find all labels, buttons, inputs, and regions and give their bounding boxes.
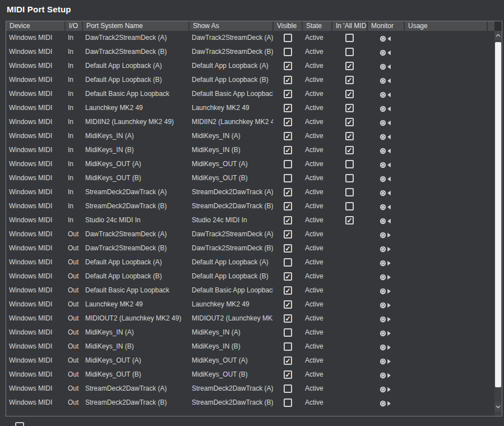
table-row[interactable]: Windows MIDI In MIDIIN2 (Launchkey MK2 4… bbox=[6, 115, 494, 129]
bottom-partial-checkbox[interactable] bbox=[15, 422, 24, 426]
table-row[interactable]: Windows MIDI In StreamDeck2DawTrack (B) … bbox=[6, 199, 494, 213]
cell-port-system-name: MidiKeys_IN (B) bbox=[85, 340, 189, 354]
cell-show-as: Default Basic App Loopback bbox=[192, 87, 273, 101]
visible-checkbox[interactable] bbox=[284, 174, 292, 182]
table-row[interactable]: Windows MIDI In DawTrack2StreamDeck (B) … bbox=[6, 45, 494, 59]
visible-checkbox[interactable] bbox=[284, 384, 292, 393]
column-header-in-all-midi: In 'All MIDI bbox=[332, 21, 367, 31]
table-row[interactable]: Windows MIDI Out MidiKeys_OUT (A) MidiKe… bbox=[6, 354, 494, 368]
table-row[interactable]: Windows MIDI Out Default App Loopback (A… bbox=[6, 255, 494, 269]
in-all-midi-checkbox[interactable] bbox=[345, 48, 354, 56]
cell-show-as: DawTrack2StreamDeck (B) bbox=[192, 241, 273, 255]
table-row[interactable]: Windows MIDI In Default Basic App Loopba… bbox=[6, 87, 494, 101]
cell-device: Windows MIDI bbox=[9, 45, 65, 59]
visible-checkbox[interactable] bbox=[284, 258, 292, 267]
in-all-midi-checkbox[interactable] bbox=[345, 132, 354, 140]
table-row[interactable]: Windows MIDI Out Launchkey MK2 49 Launch… bbox=[6, 297, 494, 312]
table-row[interactable]: Windows MIDI In Default App Loopback (B)… bbox=[6, 73, 494, 87]
visible-checkbox[interactable] bbox=[284, 90, 292, 98]
table-row[interactable]: Windows MIDI Out DawTrack2StreamDeck (B)… bbox=[6, 241, 494, 255]
visible-checkbox[interactable] bbox=[284, 314, 292, 323]
cell-device: Windows MIDI bbox=[9, 199, 65, 213]
visible-checkbox[interactable] bbox=[284, 160, 292, 168]
table-row[interactable]: Windows MIDI In DawTrack2StreamDeck (A) … bbox=[6, 31, 494, 45]
visible-checkbox[interactable] bbox=[284, 132, 292, 140]
cell-state: Active bbox=[305, 382, 339, 396]
table-row[interactable]: Windows MIDI In Launchkey MK2 49 Launchk… bbox=[6, 101, 494, 115]
visible-checkbox[interactable] bbox=[284, 356, 292, 365]
in-all-midi-checkbox[interactable] bbox=[345, 118, 354, 126]
cell-show-as: MidiKeys_OUT (B) bbox=[192, 368, 273, 382]
visible-checkbox[interactable] bbox=[284, 244, 292, 253]
in-all-midi-checkbox[interactable] bbox=[345, 146, 354, 154]
midi-plug-arrow-in-icon bbox=[380, 76, 392, 83]
visible-checkbox[interactable] bbox=[284, 216, 292, 225]
midi-plug-arrow-out-icon bbox=[380, 301, 392, 308]
table-row[interactable]: Windows MIDI Out MidiKeys_IN (B) MidiKey… bbox=[6, 340, 494, 354]
cell-state: Active bbox=[305, 101, 339, 115]
table-row[interactable]: Windows MIDI In MidiKeys_OUT (B) MidiKey… bbox=[6, 171, 494, 185]
cell-io: In bbox=[68, 185, 84, 199]
in-all-midi-checkbox[interactable] bbox=[345, 76, 354, 84]
table-row[interactable]: Windows MIDI In MidiKeys_OUT (A) MidiKey… bbox=[6, 157, 494, 171]
visible-checkbox[interactable] bbox=[284, 272, 292, 281]
visible-checkbox[interactable] bbox=[284, 34, 292, 42]
cell-state: Active bbox=[305, 185, 339, 199]
table-row[interactable]: Windows MIDI In MidiKeys_IN (A) MidiKeys… bbox=[6, 129, 494, 143]
table-row[interactable]: Windows MIDI Out DawTrack2StreamDeck (A)… bbox=[6, 227, 494, 241]
visible-checkbox[interactable] bbox=[284, 202, 292, 210]
visible-checkbox[interactable] bbox=[284, 62, 292, 70]
in-all-midi-checkbox[interactable] bbox=[345, 160, 354, 168]
midi-plug-arrow-in-icon bbox=[380, 203, 392, 209]
in-all-midi-checkbox[interactable] bbox=[345, 90, 354, 98]
in-all-midi-checkbox[interactable] bbox=[345, 216, 354, 225]
visible-checkbox[interactable] bbox=[284, 230, 292, 239]
chevron-up-icon bbox=[496, 34, 501, 37]
visible-checkbox[interactable] bbox=[284, 104, 292, 112]
visible-checkbox[interactable] bbox=[284, 286, 292, 295]
visible-checkbox[interactable] bbox=[284, 342, 292, 351]
visible-checkbox[interactable] bbox=[284, 370, 292, 379]
cell-port-system-name: StreamDeck2DawTrack (B) bbox=[85, 396, 189, 410]
table-header: Device I/O Port System Name Show As Visi… bbox=[6, 21, 502, 31]
cell-device: Windows MIDI bbox=[9, 185, 65, 199]
scrollbar-thumb[interactable] bbox=[495, 42, 501, 387]
visible-checkbox[interactable] bbox=[284, 300, 292, 309]
in-all-midi-checkbox[interactable] bbox=[345, 104, 354, 112]
cell-port-system-name: MidiKeys_IN (A) bbox=[85, 326, 189, 340]
table-row[interactable]: Windows MIDI In StreamDeck2DawTrack (A) … bbox=[6, 185, 494, 199]
visible-checkbox[interactable] bbox=[284, 48, 292, 56]
table-row[interactable]: Windows MIDI Out MIDIOUT2 (Launchkey MK2… bbox=[6, 312, 494, 326]
vertical-scrollbar[interactable] bbox=[494, 31, 502, 416]
table-row[interactable]: Windows MIDI Out StreamDeck2DawTrack (B)… bbox=[6, 396, 494, 410]
visible-checkbox[interactable] bbox=[284, 188, 292, 196]
in-all-midi-checkbox[interactable] bbox=[345, 188, 354, 196]
cell-state: Active bbox=[305, 213, 339, 227]
visible-checkbox[interactable] bbox=[284, 118, 292, 126]
in-all-midi-checkbox[interactable] bbox=[345, 202, 354, 210]
table-row[interactable]: Windows MIDI In MidiKeys_IN (B) MidiKeys… bbox=[6, 143, 494, 157]
scroll-up-button[interactable] bbox=[494, 31, 502, 40]
cell-show-as: Default App Loopback (B) bbox=[192, 73, 273, 87]
table-row[interactable]: Windows MIDI Out Default Basic App Loopb… bbox=[6, 283, 494, 297]
cell-io: Out bbox=[68, 312, 84, 326]
table-row[interactable]: Windows MIDI Out Default App Loopback (B… bbox=[6, 269, 494, 283]
visible-checkbox[interactable] bbox=[284, 328, 292, 337]
table-row[interactable]: Windows MIDI In Default App Loopback (A)… bbox=[6, 59, 494, 73]
in-all-midi-checkbox[interactable] bbox=[345, 34, 354, 42]
table-row[interactable]: Windows MIDI Out MidiKeys_OUT (B) MidiKe… bbox=[6, 368, 494, 382]
cell-port-system-name: Default App Loopback (A) bbox=[85, 255, 189, 269]
midi-plug-arrow-in-icon bbox=[380, 34, 392, 41]
cell-port-system-name: StreamDeck2DawTrack (B) bbox=[85, 199, 189, 213]
table-row[interactable]: Windows MIDI In Studio 24c MIDI In Studi… bbox=[6, 213, 494, 227]
visible-checkbox[interactable] bbox=[284, 146, 292, 154]
in-all-midi-checkbox[interactable] bbox=[345, 174, 354, 182]
scroll-down-button[interactable] bbox=[494, 402, 502, 411]
table-row[interactable]: Windows MIDI Out StreamDeck2DawTrack (A)… bbox=[6, 382, 494, 396]
cell-show-as: DawTrack2StreamDeck (B) bbox=[192, 45, 273, 59]
cell-state: Active bbox=[305, 115, 339, 129]
visible-checkbox[interactable] bbox=[284, 76, 292, 84]
in-all-midi-checkbox[interactable] bbox=[345, 62, 354, 70]
table-row[interactable]: Windows MIDI Out MidiKeys_IN (A) MidiKey… bbox=[6, 326, 494, 340]
visible-checkbox[interactable] bbox=[284, 398, 292, 407]
